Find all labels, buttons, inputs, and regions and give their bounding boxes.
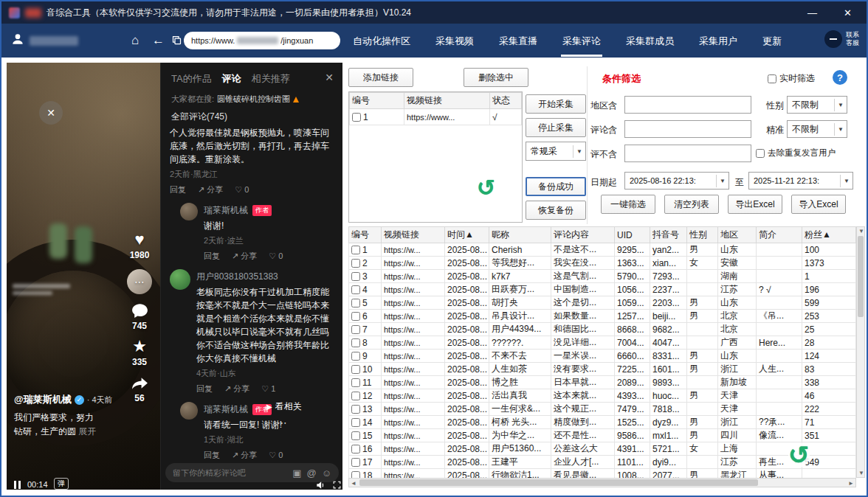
table-row[interactable]: 10 https://w... 2025-08... 人生如茶 没有要求... … bbox=[349, 363, 856, 376]
restore-backup-button[interactable]: 恢复备份 bbox=[526, 201, 586, 220]
column-header[interactable]: 昵称 bbox=[489, 227, 551, 243]
table-row[interactable]: 8 https://w... 2025-08... ??????. 没见详细..… bbox=[349, 336, 856, 350]
column-header[interactable]: 地区 bbox=[718, 227, 757, 243]
volume-icon[interactable] bbox=[315, 480, 326, 490]
table-row[interactable]: 6 https://w... 2025-08... 吊具设计... 如果数量..… bbox=[349, 310, 856, 323]
share-button[interactable]: ↗ 分享 bbox=[224, 383, 249, 395]
comment-input[interactable] bbox=[173, 468, 287, 477]
import-excel-button[interactable]: 导入Excel bbox=[791, 195, 846, 214]
reply-button[interactable]: 回复 bbox=[170, 184, 186, 195]
row-checkbox[interactable] bbox=[351, 445, 360, 453]
reply-button[interactable]: 回复 bbox=[204, 251, 220, 262]
home-icon[interactable]: ⌂ bbox=[131, 33, 139, 48]
comment-list[interactable]: 个人觉得最佳就是钢板预抛丸，喷漆车间底漆，然后激光切割，再打孔，再去掉车间底漆。… bbox=[161, 126, 342, 464]
comment-input-bar[interactable]: ▣ @ ☺ bbox=[165, 463, 339, 482]
author-name[interactable]: @瑞莱斯机械 bbox=[14, 393, 72, 406]
vertical-scrollbar[interactable]: ▼ ▼ bbox=[856, 226, 865, 478]
table-row[interactable]: 13 https://w... 2025-08... 一生何求&... 这个规正… bbox=[349, 403, 856, 416]
minimize-button[interactable]: — bbox=[807, 7, 817, 18]
collect-mode-select[interactable]: 常规采 ▼ bbox=[526, 142, 586, 161]
tab-collect-video[interactable]: 采集视频 bbox=[434, 24, 475, 57]
avatar[interactable] bbox=[170, 269, 190, 290]
row-checkbox[interactable] bbox=[351, 259, 360, 268]
avatar[interactable] bbox=[180, 402, 198, 420]
column-header[interactable]: 粉丝▲ bbox=[802, 227, 856, 243]
row-checkbox[interactable] bbox=[351, 312, 360, 321]
close-button[interactable]: ✕ bbox=[844, 7, 852, 18]
share-button[interactable]: ↗ 分享 bbox=[232, 450, 257, 461]
url-input[interactable]: https://www. /jingxuan bbox=[184, 32, 340, 49]
dedupe-checkbox[interactable]: 去除重复发言用户 bbox=[756, 147, 836, 159]
tab-collect-group[interactable]: 采集群成员 bbox=[624, 24, 675, 57]
table-row[interactable]: 1 https://w... 2025-08... Cherish 不是这不..… bbox=[349, 243, 856, 257]
column-header[interactable]: 简介 bbox=[757, 227, 802, 243]
like-button[interactable]: ♡ 0 bbox=[235, 185, 249, 195]
scroll-up-icon[interactable]: ▼ bbox=[858, 228, 864, 234]
table-row[interactable]: 18 https://w... 2025-08... 行物欲洁1... 看见是徽… bbox=[349, 469, 856, 479]
scrollbar-thumb[interactable] bbox=[359, 479, 758, 486]
mention-icon[interactable]: @ bbox=[307, 468, 317, 478]
table-row[interactable]: 9 https://w... 2025-08... 不来不去 一星米误... 6… bbox=[349, 350, 856, 363]
share-icon[interactable] bbox=[131, 373, 149, 392]
comment-author[interactable]: 瑞莱斯机械 bbox=[204, 404, 248, 414]
like-button[interactable]: ♡ 0 bbox=[269, 451, 283, 460]
table-row[interactable]: 2 https://w... 2025-08... 等我想好... 我实在没..… bbox=[349, 257, 856, 270]
scrollbar-thumb[interactable] bbox=[858, 236, 864, 317]
table-row[interactable]: 16 https://w... 2025-08... 用户51360... 公差… bbox=[349, 442, 856, 456]
row-checkbox[interactable] bbox=[351, 325, 360, 334]
date-to-select[interactable]: 2025-11-21 22:13: ▼ bbox=[748, 172, 853, 190]
row-checkbox[interactable] bbox=[351, 431, 360, 440]
undo-icon[interactable]: ↺ bbox=[477, 177, 495, 199]
reply-button[interactable]: 回复 bbox=[204, 450, 220, 461]
row-checkbox[interactable] bbox=[352, 113, 361, 122]
comment-excludes-input[interactable] bbox=[624, 145, 751, 162]
tab-ta-works[interactable]: TA的作品 bbox=[171, 72, 212, 86]
region-input[interactable] bbox=[624, 96, 751, 114]
more-icon[interactable]: ⋯ bbox=[277, 417, 287, 428]
comment-author[interactable]: 瑞莱斯机械 bbox=[204, 205, 248, 215]
tab-auto-operations[interactable]: 自动化操作区 bbox=[351, 24, 412, 57]
emoji-icon[interactable]: ☺ bbox=[322, 468, 331, 478]
row-checkbox[interactable] bbox=[351, 405, 360, 414]
reply-button[interactable]: 回复 bbox=[196, 383, 213, 395]
delete-selected-button[interactable]: 删除选中 bbox=[464, 68, 528, 87]
back-icon[interactable]: ← bbox=[152, 33, 165, 48]
help-button[interactable]: ? bbox=[833, 70, 847, 85]
tab-update[interactable]: 更新 bbox=[761, 24, 783, 57]
related-videos-button[interactable]: ▶ 看相关 bbox=[266, 400, 302, 413]
favorite-icon[interactable]: ★ bbox=[132, 337, 147, 356]
comment-author[interactable]: 用户8038180351383 bbox=[196, 271, 278, 282]
like-button[interactable]: ♡ 1 bbox=[261, 384, 275, 394]
row-checkbox[interactable] bbox=[351, 471, 360, 479]
video-close-icon[interactable]: ✕ bbox=[39, 101, 63, 125]
user-icon[interactable] bbox=[10, 32, 25, 50]
column-header[interactable]: 抖音号 bbox=[650, 227, 687, 243]
table-row[interactable]: 17 https://w... 2025-08... 王建平 企业人才[... … bbox=[349, 456, 856, 469]
row-checkbox[interactable] bbox=[351, 246, 360, 254]
horizontal-scrollbar[interactable]: ◄ ► bbox=[348, 478, 856, 487]
contact-support-button[interactable]: 联系客服 bbox=[824, 30, 859, 48]
tab-comments[interactable]: 评论 bbox=[222, 72, 241, 86]
row-checkbox[interactable] bbox=[351, 458, 360, 467]
like-button[interactable]: ♡ 0 bbox=[269, 251, 283, 261]
scroll-down-icon[interactable]: ▼ bbox=[858, 470, 864, 476]
clear-list-button[interactable]: 清空列表 bbox=[664, 195, 719, 214]
scroll-right-icon[interactable]: ► bbox=[848, 480, 854, 487]
pause-button[interactable] bbox=[14, 481, 21, 489]
table-row[interactable]: 11 https://w... 2025-08... 博之胜 日本早就... 2… bbox=[349, 376, 856, 389]
comment-icon[interactable] bbox=[131, 301, 149, 320]
backup-status-button[interactable]: 备份成功 bbox=[526, 177, 586, 196]
table-row[interactable]: 4 https://w... 2025-08... 田跃赛万... 中国制造..… bbox=[349, 283, 856, 296]
row-checkbox[interactable] bbox=[351, 299, 360, 307]
tab-collect-live[interactable]: 采集直播 bbox=[497, 24, 539, 57]
table-row[interactable]: 14 https://w... 2025-08... 柯桥 光头... 精度做到… bbox=[349, 416, 856, 429]
column-header[interactable]: 性别 bbox=[687, 227, 718, 243]
table-row[interactable]: 12 https://w... 2025-08... 活出真我 这本来就... … bbox=[349, 389, 856, 403]
copy-icon[interactable] bbox=[171, 35, 182, 49]
share-button[interactable]: ↗ 分享 bbox=[198, 184, 223, 195]
scroll-left-icon[interactable]: ◄ bbox=[351, 480, 356, 487]
danmaku-toggle[interactable]: 弹 bbox=[54, 478, 69, 490]
column-header[interactable]: 时间▲ bbox=[445, 227, 489, 243]
share-button[interactable]: ↗ 分享 bbox=[232, 251, 257, 262]
row-checkbox[interactable] bbox=[351, 365, 360, 374]
